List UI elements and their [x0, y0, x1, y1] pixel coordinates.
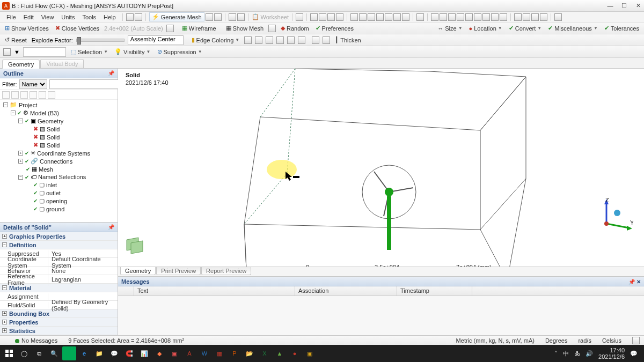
explode-slider[interactable]: [76, 39, 125, 42]
outline-tool-icon[interactable]: [2, 91, 10, 99]
details-cat-props[interactable]: +Properties: [0, 318, 118, 327]
viewport[interactable]: Solid 2021/12/6 17:40: [118, 69, 644, 267]
col-timestamp[interactable]: Timestamp: [397, 286, 472, 295]
menu-edit[interactable]: Edit: [20, 13, 37, 21]
location-button[interactable]: ●Location▼: [467, 25, 504, 32]
filter-input[interactable]: [49, 79, 125, 89]
toolbar-icon[interactable]: [336, 13, 343, 21]
toolbar-icon[interactable]: [229, 13, 236, 21]
tree-ns-opening[interactable]: ✔▢opening: [26, 197, 118, 205]
toolbar-icon[interactable]: [268, 25, 276, 32]
toolbar-icon[interactable]: [531, 13, 539, 21]
toolbar-icon[interactable]: [319, 13, 326, 21]
tray-notifications-icon[interactable]: 💬: [630, 350, 638, 357]
outline-tool-icon[interactable]: [48, 91, 55, 99]
minimize-button[interactable]: —: [606, 2, 614, 10]
toolbar-icon[interactable]: [323, 36, 330, 44]
details-row[interactable]: Coordinate SystemDefault Coordinate Syst…: [0, 258, 118, 267]
toolbar-icon[interactable]: [402, 13, 409, 21]
toolbar-icon[interactable]: [500, 13, 507, 21]
menu-help[interactable]: Help: [100, 13, 119, 21]
edge-icon[interactable]: e: [77, 346, 91, 360]
toolbar-icon[interactable]: [237, 13, 245, 21]
tree-solid[interactable]: ✖▧Solid: [26, 125, 118, 133]
ppt-icon[interactable]: P: [228, 346, 241, 360]
assembly-combo[interactable]: Assembly Center: [128, 35, 184, 45]
cortana-icon[interactable]: ◯: [17, 346, 31, 360]
toolbar-icon[interactable]: [482, 13, 490, 21]
select-icon[interactable]: [296, 13, 303, 21]
tray-network-icon[interactable]: 🖧: [574, 350, 580, 357]
edge-icon[interactable]: [287, 36, 295, 44]
zoom-icon[interactable]: [448, 13, 456, 21]
toolbar-icon[interactable]: [393, 13, 401, 21]
toolbar-icon[interactable]: [376, 13, 384, 21]
tree-model[interactable]: −✔⚙Model (B3): [11, 109, 118, 117]
show-mesh-button[interactable]: ▦Show Mesh: [224, 25, 265, 32]
tree-ns-ground[interactable]: ✔▢ground: [26, 205, 118, 213]
toolbar-icon[interactable]: [350, 13, 358, 21]
close-icon[interactable]: ✕: [636, 279, 641, 285]
col-icon[interactable]: [118, 286, 134, 295]
outline-tool-icon[interactable]: [39, 91, 46, 99]
taskbar-app[interactable]: [62, 346, 76, 360]
pin-icon[interactable]: 📌: [108, 70, 114, 76]
fit-icon[interactable]: [474, 13, 481, 21]
outline-tree[interactable]: −📁Project −✔⚙Model (B3) −✔▣Geometry ✖▧So…: [0, 100, 118, 222]
taskbar-app[interactable]: ●: [288, 346, 302, 360]
toolbar-icon[interactable]: [135, 13, 142, 21]
tab-geometry[interactable]: Geometry: [2, 60, 40, 69]
maximize-button[interactable]: ☐: [620, 2, 628, 10]
tray-chevron-icon[interactable]: ˄: [554, 350, 558, 357]
zoom-icon[interactable]: [465, 13, 473, 21]
visibility-button[interactable]: 💡Visibility▼: [113, 48, 152, 55]
tree-solid[interactable]: ✖▧Solid: [26, 141, 118, 149]
tree-coord-systems[interactable]: +✔✳Coordinate Systems: [18, 149, 118, 157]
toolbar-icon[interactable]: [214, 13, 222, 21]
menu-view[interactable]: View: [38, 13, 57, 21]
toolbar-icon[interactable]: [359, 13, 367, 21]
tolerances-button[interactable]: ✔Tolerances: [603, 25, 641, 32]
edge-icon[interactable]: [276, 36, 284, 44]
details-cat-material[interactable]: −Material: [0, 284, 118, 292]
filter-select[interactable]: Name: [19, 79, 47, 89]
toolbar-icon[interactable]: [514, 13, 522, 21]
edge-icon[interactable]: [255, 36, 262, 44]
generate-mesh-button[interactable]: ⚡ Generate Mesh: [149, 12, 204, 21]
taskbar-app[interactable]: ▲: [273, 346, 287, 360]
toolbar-icon[interactable]: [385, 13, 392, 21]
pin-icon[interactable]: 📌: [108, 224, 114, 230]
edge-icon[interactable]: [266, 36, 273, 44]
close-vertices-button[interactable]: ✖Close Vertices: [54, 25, 101, 32]
misc-button[interactable]: ✔Miscellaneous▼: [546, 25, 599, 32]
viewtab-print[interactable]: Print Preview: [156, 267, 201, 275]
taskbar-app[interactable]: ▣: [303, 346, 317, 360]
tree-ns-inlet[interactable]: ✔▢inlet: [26, 181, 118, 189]
filter-combo[interactable]: [23, 47, 66, 57]
taskbar-app[interactable]: 📊: [137, 346, 151, 360]
tree-project[interactable]: −📁Project: [3, 101, 118, 109]
orientation-triad[interactable]: Z Y: [596, 197, 633, 234]
tray-ime-icon[interactable]: 中: [563, 350, 569, 358]
toolbar-icon[interactable]: [312, 36, 319, 44]
explorer-icon[interactable]: 📁: [92, 346, 106, 360]
tray-clock[interactable]: 17:40 2021/12/6: [598, 347, 625, 360]
random-button[interactable]: ◆Random: [279, 25, 311, 32]
pan-icon[interactable]: [440, 13, 447, 21]
close-button[interactable]: ✕: [634, 2, 642, 10]
rotate-icon[interactable]: [431, 13, 438, 21]
outline-tool-icon[interactable]: [30, 91, 37, 99]
menu-file[interactable]: File: [3, 13, 19, 21]
toolbar-icon[interactable]: [310, 13, 318, 21]
taskbar-app[interactable]: 🧲: [122, 346, 136, 360]
tree-named-selections[interactable]: −✔🏷Named Selections: [18, 173, 118, 181]
worksheet-button[interactable]: Worksheet: [261, 14, 289, 20]
zoom-icon[interactable]: [457, 13, 464, 21]
details-row[interactable]: Fluid/SolidDefined By Geometry (Solid): [0, 301, 118, 309]
taskview-icon[interactable]: ⧉: [32, 346, 46, 360]
tree-solid[interactable]: ✖▧Solid: [26, 133, 118, 141]
toolbar-icon[interactable]: [126, 13, 134, 21]
show-vertices-button[interactable]: ⊞Show Vertices: [3, 25, 50, 32]
edge-coloring-button[interactable]: ▮Edge Coloring▼: [190, 36, 241, 43]
size-button[interactable]: ↔Size▼: [436, 25, 464, 32]
